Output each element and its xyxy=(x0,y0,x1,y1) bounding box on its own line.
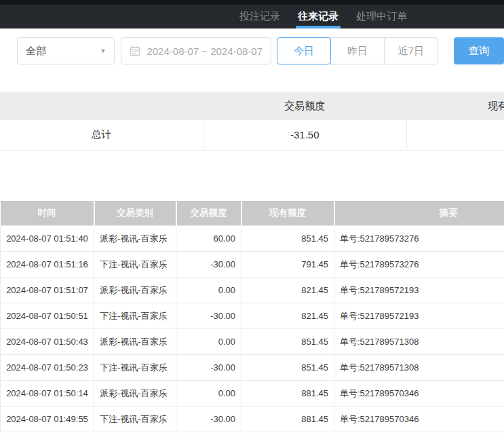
summary-header-row: 交易额度 现有额度 xyxy=(0,92,504,120)
cell-balance: 851.45 xyxy=(241,226,334,252)
table-row[interactable]: 2024-08-07 01:49:55 下注-视讯-百家乐 -30.00 881… xyxy=(1,406,504,432)
chevron-down-icon: ▼ xyxy=(100,48,106,54)
top-navbar: 投注记录 往来记录 处理中订单 xyxy=(0,5,504,29)
cell-amount: 0.00 xyxy=(176,329,241,355)
cell-summary: 单号:521789570346 xyxy=(334,381,504,406)
cell-summary: 单号:521789573276 xyxy=(334,252,504,278)
records-table-wrap: 时间 交易类别 交易额度 现有额度 摘要 2024-08-07 01:51:40… xyxy=(0,201,504,433)
filter-bar: 全部 ▼ 2024-08-07 ~ 2024-08-07 今日 昨日 近7日 查… xyxy=(17,37,504,64)
category-select[interactable]: 全部 ▼ xyxy=(17,37,115,64)
cell-balance: 881.45 xyxy=(241,381,334,406)
summary-col-empty xyxy=(0,92,203,120)
category-select-value: 全部 xyxy=(26,45,46,58)
table-row[interactable]: 2024-08-07 01:51:07 派彩-视讯-百家乐 0.00 821.4… xyxy=(1,278,504,303)
cell-time: 2024-08-07 01:50:51 xyxy=(1,303,94,329)
table-row[interactable]: 2024-08-07 01:50:51 下注-视讯-百家乐 -30.00 821… xyxy=(1,303,504,329)
cell-time: 2024-08-07 01:50:23 xyxy=(1,355,94,381)
records-header-row: 时间 交易类别 交易额度 现有额度 摘要 xyxy=(1,201,504,226)
cell-summary: 单号:521789570346 xyxy=(334,406,504,432)
today-button[interactable]: 今日 xyxy=(277,37,331,64)
calendar-icon xyxy=(130,45,140,56)
yesterday-button[interactable]: 昨日 xyxy=(330,37,385,64)
table-row[interactable]: 2024-08-07 01:51:16 下注-视讯-百家乐 -30.00 791… xyxy=(1,252,504,278)
cell-summary: 单号:521789572193 xyxy=(334,303,504,329)
cell-amount: -30.00 xyxy=(176,252,241,278)
window-top-strip xyxy=(0,0,504,5)
cell-type: 下注-视讯-百家乐 xyxy=(94,355,176,381)
cell-time: 2024-08-07 01:51:16 xyxy=(1,252,94,278)
cell-type: 派彩-视讯-百家乐 xyxy=(94,381,176,406)
summary-col-amount: 交易额度 xyxy=(203,92,407,120)
cell-amount: -30.00 xyxy=(176,355,241,381)
cell-balance: 791.45 xyxy=(241,252,334,278)
cell-amount: -30.00 xyxy=(176,303,241,329)
cell-type: 下注-视讯-百家乐 xyxy=(94,252,176,278)
cell-summary: 单号:521789573276 xyxy=(334,226,504,252)
cell-summary: 单号:521789571308 xyxy=(334,329,504,355)
cell-balance: 821.45 xyxy=(241,278,334,303)
cell-balance: 821.45 xyxy=(241,303,334,329)
cell-amount: -30.00 xyxy=(176,406,241,432)
cell-summary: 单号:521789572193 xyxy=(334,278,504,303)
summary-table-wrap: 交易额度 现有额度 总计 -31.50 xyxy=(0,92,504,151)
table-row[interactable]: 2024-08-07 01:51:40 派彩-视讯-百家乐 60.00 851.… xyxy=(1,226,504,252)
col-balance: 现有额度 xyxy=(241,201,334,226)
cell-time: 2024-08-07 01:49:55 xyxy=(1,406,94,432)
tab-betting-records[interactable]: 投注记录 xyxy=(231,5,289,29)
summary-col-balance: 现有额度 xyxy=(406,92,504,120)
summary-total-row: 总计 -31.50 xyxy=(0,120,504,150)
cell-amount: 60.00 xyxy=(176,226,241,252)
tab-processing-orders[interactable]: 处理中订单 xyxy=(347,5,416,29)
table-row[interactable]: 2024-08-07 01:50:23 下注-视讯-百家乐 -30.00 851… xyxy=(1,355,504,381)
last7days-button[interactable]: 近7日 xyxy=(384,37,438,64)
date-range-picker[interactable]: 2024-08-07 ~ 2024-08-07 xyxy=(121,37,271,64)
date-range-value: 2024-08-07 ~ 2024-08-07 xyxy=(147,45,263,57)
search-button[interactable]: 查询 xyxy=(454,37,504,64)
quick-range-group: 今日 昨日 近7日 xyxy=(277,37,438,64)
cell-time: 2024-08-07 01:50:14 xyxy=(1,381,94,406)
cell-type: 派彩-视讯-百家乐 xyxy=(94,278,176,303)
cell-summary: 单号:521789571308 xyxy=(334,355,504,381)
table-row[interactable]: 2024-08-07 01:50:43 派彩-视讯-百家乐 0.00 851.4… xyxy=(1,329,504,355)
cell-time: 2024-08-07 01:51:40 xyxy=(1,226,94,252)
cell-balance: 881.45 xyxy=(241,406,334,432)
table-row[interactable]: 2024-08-07 01:50:14 派彩-视讯-百家乐 0.00 881.4… xyxy=(1,381,504,406)
cell-time: 2024-08-07 01:50:43 xyxy=(1,329,94,355)
col-summary: 摘要 xyxy=(334,201,504,226)
cell-type: 下注-视讯-百家乐 xyxy=(94,406,176,432)
cell-time: 2024-08-07 01:51:07 xyxy=(1,278,94,303)
summary-total-balance xyxy=(406,120,504,150)
summary-total-label: 总计 xyxy=(0,120,203,150)
cell-amount: 0.00 xyxy=(176,381,241,406)
records-table: 时间 交易类别 交易额度 现有额度 摘要 2024-08-07 01:51:40… xyxy=(0,201,504,433)
col-type: 交易类别 xyxy=(94,201,176,226)
col-time: 时间 xyxy=(1,201,94,226)
cell-balance: 851.45 xyxy=(241,329,334,355)
cell-balance: 851.45 xyxy=(241,355,334,381)
tab-transaction-records[interactable]: 往来记录 xyxy=(289,5,347,29)
summary-total-amount: -31.50 xyxy=(203,120,407,150)
cell-amount: 0.00 xyxy=(176,278,241,303)
cell-type: 派彩-视讯-百家乐 xyxy=(94,226,176,252)
col-amount: 交易额度 xyxy=(176,201,241,226)
summary-table: 交易额度 现有额度 总计 -31.50 xyxy=(0,92,504,151)
cell-type: 下注-视讯-百家乐 xyxy=(94,303,176,329)
cell-type: 派彩-视讯-百家乐 xyxy=(94,329,176,355)
